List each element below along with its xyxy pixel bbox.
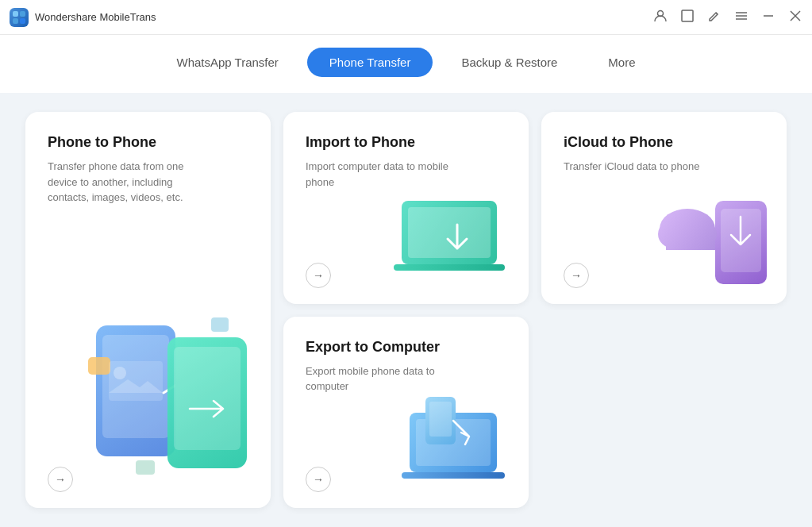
svg-rect-22 xyxy=(408,207,491,258)
card-import-to-phone[interactable]: Import to Phone Import computer data to … xyxy=(283,112,529,304)
nav-bar: WhatsApp Transfer Phone Transfer Backup … xyxy=(0,35,812,93)
card-icloud-arrow[interactable]: → xyxy=(564,263,589,288)
card-phone-to-phone[interactable]: Phone to Phone Transfer phone data from … xyxy=(25,112,271,508)
svg-point-20 xyxy=(114,367,126,379)
svg-rect-18 xyxy=(136,460,155,475)
svg-rect-23 xyxy=(394,264,505,271)
account-icon[interactable] xyxy=(653,9,668,26)
cards-grid: Phone to Phone Transfer phone data from … xyxy=(25,112,787,508)
app-branding: Wondershare MobileTrans xyxy=(10,8,156,27)
card-icloud-to-phone[interactable]: iCloud to Phone Transfer iCloud data to … xyxy=(541,112,787,304)
window-controls xyxy=(653,9,802,26)
svg-rect-2 xyxy=(13,18,18,24)
svg-rect-32 xyxy=(402,472,505,479)
icloud-illustration xyxy=(652,185,779,296)
title-bar: Wondershare MobileTrans xyxy=(0,0,812,35)
export-illustration xyxy=(386,389,521,500)
tab-whatsapp-transfer[interactable]: WhatsApp Transfer xyxy=(154,48,300,77)
svg-rect-5 xyxy=(682,10,693,21)
svg-rect-29 xyxy=(666,234,715,250)
close-icon[interactable] xyxy=(788,9,802,26)
svg-rect-17 xyxy=(211,317,229,332)
card-import-title: Import to Phone xyxy=(306,134,506,151)
import-illustration xyxy=(394,185,521,296)
minimize-icon[interactable] xyxy=(761,9,775,26)
main-content: Phone to Phone Transfer phone data from … xyxy=(0,93,812,527)
card-export-to-computer[interactable]: Export to Computer Export mobile phone d… xyxy=(283,317,529,509)
card-icloud-title: iCloud to Phone xyxy=(564,134,764,151)
tab-more[interactable]: More xyxy=(586,48,657,77)
svg-rect-1 xyxy=(20,11,25,17)
card-icloud-desc: Transfer iCloud data to phone xyxy=(564,159,722,175)
phone-to-phone-illustration xyxy=(88,294,263,476)
card-phone-to-phone-desc: Transfer phone data from one device to a… xyxy=(48,159,206,206)
app-title: Wondershare MobileTrans xyxy=(35,11,156,23)
svg-rect-0 xyxy=(13,11,18,17)
window-icon[interactable] xyxy=(680,9,695,26)
card-phone-to-phone-arrow[interactable]: → xyxy=(48,467,73,492)
edit-icon[interactable] xyxy=(707,9,722,26)
tab-backup-restore[interactable]: Backup & Restore xyxy=(439,48,579,77)
svg-rect-19 xyxy=(109,361,163,401)
menu-icon[interactable] xyxy=(734,9,749,26)
svg-rect-16 xyxy=(88,357,110,375)
card-export-title: Export to Computer xyxy=(306,339,506,356)
svg-rect-34 xyxy=(429,402,452,437)
svg-rect-3 xyxy=(20,18,25,24)
card-phone-to-phone-title: Phone to Phone xyxy=(48,134,248,151)
card-import-arrow[interactable]: → xyxy=(306,263,331,288)
tab-phone-transfer[interactable]: Phone Transfer xyxy=(307,48,433,77)
app-logo xyxy=(10,8,29,27)
svg-rect-15 xyxy=(174,347,241,450)
card-export-arrow[interactable]: → xyxy=(306,467,331,492)
